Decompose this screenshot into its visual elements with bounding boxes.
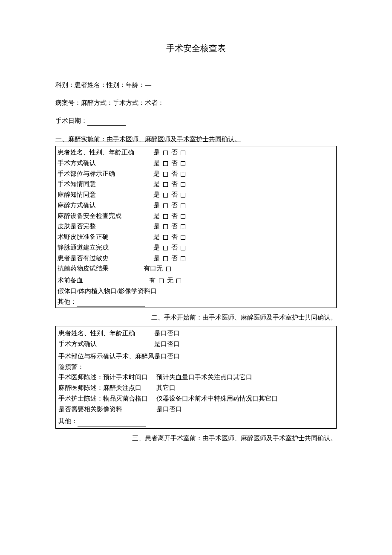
opt-yes: 是 (153, 180, 160, 187)
check-options: 有 无 (149, 275, 334, 286)
checkbox-yes[interactable] (163, 214, 168, 219)
checkbox-yes[interactable] (163, 161, 168, 166)
checkbox-no[interactable] (181, 151, 185, 155)
surgery-date-input[interactable] (87, 118, 126, 126)
check-options: 预计失血量口手术关注点口其它口 (156, 372, 334, 383)
check-row-other: 其他： (58, 296, 334, 307)
check-row: 手术部位与标示正确 是 否 (58, 169, 334, 179)
other-input[interactable] (78, 420, 146, 427)
check-options: 是 否 (153, 200, 334, 211)
check-label: 患者姓名、性别、年龄正确 (58, 328, 154, 339)
check-options: 其它口 (156, 383, 334, 393)
check-label: 手术部位与标示确认手术、麻醉风 (58, 351, 154, 362)
checkbox-no[interactable] (181, 235, 185, 240)
checkbox-no[interactable] (181, 193, 185, 198)
checkbox-no[interactable] (181, 246, 185, 250)
opt-yes: 是 (153, 255, 160, 262)
opt-no: 否 (171, 191, 178, 198)
check-row: 麻醉方式确认 是 否 (58, 200, 334, 211)
check-row: 麻醉设备安全检查完成 是 否 (58, 211, 334, 221)
opt-yes: 是 (153, 191, 160, 198)
other-input[interactable] (77, 300, 145, 307)
check-row: 手术知情同意 是 否 (58, 179, 334, 189)
page-title: 手术安全核查表 (55, 43, 337, 54)
checkbox-no[interactable] (181, 256, 185, 261)
checkbox-no[interactable] (181, 172, 185, 177)
check-options: 是 否 (153, 169, 334, 179)
check-options: 是 否 (153, 221, 334, 232)
checkbox-no[interactable] (181, 214, 185, 219)
check-label: 手术方式确认 (58, 158, 153, 169)
checkbox-no[interactable] (181, 224, 185, 229)
checkbox-no[interactable] (181, 161, 185, 166)
section-3-heading: 三、患者离开手术室前：由手术医师、麻醉医师及手术室护士共同确认。 (55, 433, 337, 443)
check-options: 仪器设备口术前术中特殊用药情况口其它口 (156, 393, 334, 404)
opt-no: 否 (171, 233, 178, 240)
check-options: 是 否 (153, 158, 334, 169)
check-row-surgeon: 手术医师陈述：预计手术时间口 预计失血量口手术关注点口其它口 (58, 372, 334, 383)
check-label: 患者是否有过敏史 (58, 253, 153, 264)
check-row-anesth: 麻醉医师陈述：麻醉关注点口 其它口 (58, 383, 334, 393)
check-label: 抗菌药物皮试结果 (58, 263, 144, 274)
section-2-heading: 二、手术开始前：由手术医师、麻醉医师及手术室护士共同确认。 (55, 312, 337, 323)
check-label: 手术知情同意 (58, 179, 153, 189)
check-row-implant: 假体口/体内植入物口/影像学资料口 (58, 286, 334, 296)
checkbox-yes[interactable] (163, 246, 168, 250)
check-label: 是否需要相关影像资料 (58, 404, 156, 415)
checkbox-no[interactable] (181, 203, 185, 208)
checkbox-yes[interactable] (159, 279, 164, 283)
checkbox-yes[interactable] (163, 203, 168, 208)
opt-no: 否 (171, 180, 178, 187)
opt-no: 否 (171, 170, 178, 177)
opt-yes: 是 (153, 149, 160, 156)
section-1-table: 患者姓名、性别、年龄正确 是 否 手术方式确认 是 否 手术部位与标示正确 是 … (55, 146, 337, 308)
check-row: 术野皮肤准备正确 是 否 (58, 232, 334, 242)
opt-yes: 是 (153, 170, 160, 177)
section-1-heading: 一、麻醉实施前：由手术医师、麻醉医师及手术室护士共同确认。 (55, 134, 337, 145)
checkbox-no[interactable] (176, 279, 181, 283)
check-row: 手术方式确认 是 否 (58, 158, 334, 169)
check-label: 手术护士陈述：物品灭菌合格口 (58, 393, 156, 404)
check-options: 是 否 (153, 179, 334, 189)
other-label: 其他： (58, 298, 77, 305)
checkbox-yes[interactable] (163, 151, 168, 155)
check-row: 患者姓名、性别、年龄正确 是 否 (58, 147, 334, 158)
opt-yes: 是 (153, 202, 160, 209)
opt-text: 有口无 (144, 265, 163, 272)
check-options: 是 否 (153, 211, 334, 221)
checkbox-yes[interactable] (163, 182, 168, 187)
check-label: 患者姓名、性别、年龄正确 (58, 147, 153, 158)
checkbox-yes[interactable] (163, 256, 168, 261)
opt-no: 否 (171, 244, 178, 251)
checkbox-no[interactable] (181, 182, 185, 187)
check-row-blood: 术前备血 有 无 (58, 275, 334, 286)
opt-yes: 有 (149, 277, 156, 284)
opt-yes: 是 (153, 233, 160, 240)
checkbox-yes[interactable] (163, 193, 168, 198)
check-label: 麻醉设备安全检查完成 (58, 211, 153, 221)
check-row-risk: 手术部位与标示确认手术、麻醉风 是口否口 (58, 351, 334, 362)
check-row: 手术方式确认 是口否口 (58, 339, 334, 349)
check-row: 静脉通道建立完成 是 否 (58, 242, 334, 253)
check-options: 是口否口 (154, 339, 334, 349)
checkbox-yes[interactable] (163, 235, 168, 240)
check-label: 麻醉方式确认 (58, 200, 153, 211)
checkbox[interactable] (166, 267, 171, 271)
header-line-3: 手术日期： (55, 116, 337, 126)
check-row-image: 是否需要相关影像资料 是口否口 (58, 404, 334, 415)
check-row: 患者是否有过敏史 是 否 (58, 253, 334, 264)
opt-no: 否 (171, 255, 178, 262)
header-line-1: 科别：患者姓名：性别：年龄：— (55, 80, 337, 90)
check-options: 有口无 (144, 263, 334, 274)
check-options: 是口否口 (154, 328, 334, 339)
opt-no: 否 (171, 202, 178, 209)
opt-yes: 是 (153, 223, 160, 230)
check-row-other: 其他： (58, 416, 334, 427)
check-label: 手术部位与标示正确 (58, 169, 153, 179)
check-label: 麻醉医师陈述：麻醉关注点口 (58, 383, 156, 393)
checkbox-yes[interactable] (163, 224, 168, 229)
opt-no: 否 (171, 160, 178, 166)
checkbox-yes[interactable] (163, 172, 168, 177)
opt-yes: 是 (153, 212, 160, 219)
check-row-risk-cont: 险预警： (58, 362, 334, 372)
